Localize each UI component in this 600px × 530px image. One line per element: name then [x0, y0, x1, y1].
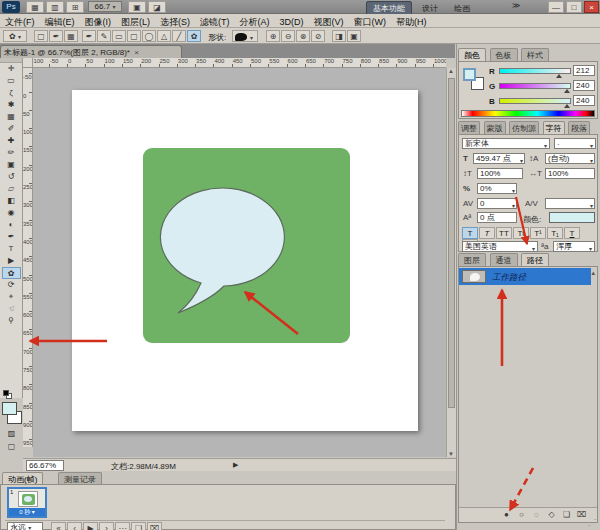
- work-path-row[interactable]: 工作路径: [459, 268, 591, 285]
- loop-options-select[interactable]: 永远 ▾: [7, 522, 43, 530]
- channel-b-thumb[interactable]: [564, 104, 570, 108]
- screen-mode-icon[interactable]: ◪: [148, 1, 166, 13]
- tab-masks[interactable]: 蒙版: [484, 121, 506, 135]
- text-style-button-1[interactable]: T: [479, 227, 495, 239]
- add-shape-area[interactable]: ⊕: [266, 30, 280, 42]
- proportional-spacing-select[interactable]: 0% ▾: [477, 183, 517, 194]
- status-expand-icon[interactable]: ▶: [233, 461, 238, 469]
- restore-button[interactable]: □: [566, 1, 582, 13]
- fill-path-button[interactable]: ●: [499, 510, 514, 519]
- baseline-shift-field[interactable]: 0 点: [477, 212, 517, 223]
- font-size-field[interactable]: 459.47 点 ▾: [473, 153, 525, 164]
- polygon-option[interactable]: △: [157, 30, 171, 42]
- clone-stamp-tool[interactable]: ▣: [2, 159, 21, 171]
- rounded-rectangle-option[interactable]: ▢: [127, 30, 141, 42]
- minimize-button[interactable]: —: [548, 1, 564, 13]
- tween-button[interactable]: ⋯: [115, 522, 130, 530]
- resize-grip[interactable]: ⋰: [588, 518, 598, 528]
- bridge-icon[interactable]: ▦: [26, 1, 44, 13]
- tab-clone-source[interactable]: 仿制源: [509, 121, 539, 135]
- channel-b-slider[interactable]: [499, 98, 571, 104]
- dodge-tool[interactable]: ◐: [2, 219, 21, 231]
- history-brush-tool[interactable]: ↺: [2, 171, 21, 183]
- view-extras-icon[interactable]: ⊞: [66, 1, 84, 13]
- crop-tool[interactable]: ▦: [2, 111, 21, 123]
- subtract-shape-area[interactable]: ⊖: [281, 30, 295, 42]
- scroll-up-icon[interactable]: ▴: [591, 269, 595, 277]
- paths-mode[interactable]: ✒: [49, 30, 63, 42]
- exclude-shape-area[interactable]: ⊘: [311, 30, 325, 42]
- tab-layers[interactable]: 图层: [458, 253, 486, 267]
- tab-paragraph[interactable]: 段落: [568, 121, 590, 135]
- hand-tool[interactable]: ☜: [2, 303, 21, 315]
- channel-b-value[interactable]: 240: [573, 95, 595, 106]
- new-path-button[interactable]: ❏: [559, 510, 574, 519]
- tool-preset-picker[interactable]: ✿ ▾: [3, 30, 27, 42]
- fill-pixels-mode[interactable]: ▦: [64, 30, 78, 42]
- tab-adjustments[interactable]: 调整: [458, 121, 480, 135]
- mini-bridge-icon[interactable]: ▥: [46, 1, 64, 13]
- text-style-button-3[interactable]: Tt: [513, 227, 529, 239]
- load-selection-button[interactable]: ◌: [529, 510, 544, 519]
- default-colors-icon[interactable]: [3, 390, 12, 399]
- vertical-scale-field[interactable]: 100%: [477, 168, 523, 179]
- tab-character[interactable]: 字符: [543, 121, 565, 135]
- scroll-down-icon[interactable]: ▼: [448, 451, 454, 457]
- tab-channels[interactable]: 通道: [490, 253, 518, 267]
- quick-mask-button[interactable]: ▨: [2, 428, 21, 440]
- pen-option[interactable]: ✒: [82, 30, 96, 42]
- font-style-select[interactable]: - ▾: [554, 138, 596, 149]
- color-spectrum-bar[interactable]: [461, 110, 595, 117]
- 3d-camera-tool[interactable]: ⌖: [2, 291, 21, 303]
- color-swatch-option[interactable]: ▣: [347, 30, 361, 42]
- eraser-tool[interactable]: ▱: [2, 183, 21, 195]
- move-tool[interactable]: ✛: [2, 63, 21, 75]
- shape-tool[interactable]: ✿: [2, 267, 21, 279]
- eyedropper-tool[interactable]: ✐: [2, 123, 21, 135]
- scrollbar-thumb[interactable]: [448, 78, 455, 408]
- quick-selection-tool[interactable]: ✱: [2, 99, 21, 111]
- first-frame-button[interactable]: «: [51, 522, 66, 530]
- ellipse-option[interactable]: ◯: [142, 30, 156, 42]
- document-tab[interactable]: 未标题-1 @ 66.7%(图层 2, RGB/8)* ×: [0, 45, 182, 58]
- text-color-swatch[interactable]: [549, 212, 595, 223]
- text-style-button-6[interactable]: T: [564, 227, 580, 239]
- close-tab-icon[interactable]: ×: [134, 48, 139, 57]
- previous-frame-button[interactable]: ‹: [67, 522, 82, 530]
- tracking-select[interactable]: 0 ▾: [477, 198, 517, 209]
- path-selection-tool[interactable]: ▶: [2, 255, 21, 267]
- text-style-button-5[interactable]: T₁: [547, 227, 563, 239]
- frame-delay-select[interactable]: 0 秒 ▾: [9, 508, 45, 516]
- close-button[interactable]: ×: [584, 1, 599, 13]
- ruler-corner[interactable]: [23, 58, 33, 68]
- text-style-button-0[interactable]: T: [462, 227, 478, 239]
- kerning-select[interactable]: ▾: [545, 198, 595, 209]
- lasso-tool[interactable]: ζ: [2, 87, 21, 99]
- animation-frame-1[interactable]: 1 0 秒 ▾: [7, 487, 47, 518]
- scroll-up-icon[interactable]: ▲: [448, 68, 454, 74]
- channel-g-slider[interactable]: [499, 83, 571, 89]
- zoom-level-control[interactable]: 66.7 ▾: [88, 1, 122, 12]
- font-family-select[interactable]: 新宋体 ▾: [462, 138, 550, 149]
- line-option[interactable]: ╱: [172, 30, 186, 42]
- pen-tool[interactable]: ✒: [2, 231, 21, 243]
- vertical-scrollbar[interactable]: ▲ ▼: [446, 68, 456, 457]
- tab-styles[interactable]: 样式: [521, 48, 549, 62]
- delete-frame-button[interactable]: ⌧: [147, 522, 162, 530]
- text-style-button-4[interactable]: T¹: [530, 227, 546, 239]
- next-frame-button[interactable]: ›: [99, 522, 114, 530]
- 3d-rotate-tool[interactable]: ⟳: [2, 279, 21, 291]
- freeform-pen-option[interactable]: ✎: [97, 30, 111, 42]
- gradient-tool[interactable]: ◧: [2, 195, 21, 207]
- healing-brush-tool[interactable]: ✚: [2, 135, 21, 147]
- custom-shape-option[interactable]: ✿: [187, 30, 201, 42]
- brush-tool[interactable]: ✏: [2, 147, 21, 159]
- arrange-documents-icon[interactable]: ▣: [128, 1, 146, 13]
- zoom-tool[interactable]: ⚲: [2, 315, 21, 327]
- text-style-button-2[interactable]: TT: [496, 227, 512, 239]
- workspace-overflow-button[interactable]: ≫: [506, 0, 526, 11]
- canvas-viewport[interactable]: [33, 68, 446, 457]
- duplicate-frame-button[interactable]: ❏: [131, 522, 146, 530]
- panel-foreground-swatch[interactable]: [463, 68, 476, 81]
- tab-paths[interactable]: 路径: [521, 253, 549, 267]
